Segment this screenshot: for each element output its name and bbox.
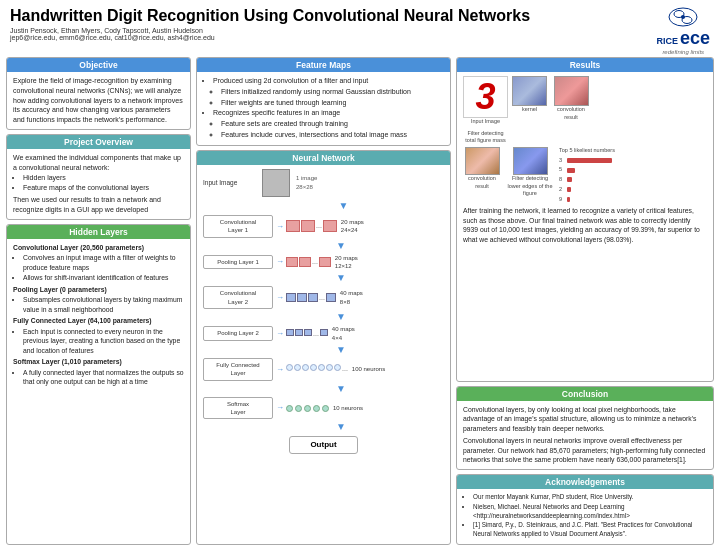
nn-arrow-fc: → <box>276 364 284 375</box>
nn-input-size: 1 image 28×28 <box>296 174 317 191</box>
top5-container: Top 5 likeliest numbers 3 5 8 <box>559 147 707 203</box>
filter-lower-container: Filter detecting lower edges of the figu… <box>505 147 555 198</box>
list-item: A fully connected layer that normalizes … <box>23 368 184 387</box>
header: Handwritten Digit Recognition Using Conv… <box>0 0 720 57</box>
nn-conv1-label: Convolutional Layer 1 <box>203 215 273 238</box>
nn-fc-row: Fully Connected Layer → ... 100 neurons <box>203 358 444 381</box>
nn-arrow-4: ▼ <box>336 310 346 324</box>
prob-bars-container: 3 5 8 2 <box>559 157 707 203</box>
ece-text: ece <box>680 28 710 49</box>
kernel-label: kernel <box>522 106 537 114</box>
nn-pool1-maps: ... <box>286 257 331 267</box>
nn-input-row: Input Image 1 image 28×28 <box>203 169 444 197</box>
hidden-layers-body: Convolutional Layer (20,560 parameters) … <box>7 239 190 392</box>
nn-pool2-maps-label: 40 maps 4×4 <box>332 325 355 342</box>
input-image-container: 3 Input Image <box>463 76 508 126</box>
nn-softmax-row: Softmax Layer → 10 neurons <box>203 397 444 420</box>
nn-arrow-3: ▼ <box>336 271 346 285</box>
authors: Justin Pensock, Ethan Myers, Cody Tapsco… <box>10 27 648 41</box>
list-item: Feature maps of the convolutional layers <box>23 183 184 193</box>
nn-pool1-row: Pooling Layer 1 → ... 20 maps 12×12 <box>203 254 444 271</box>
project-overview-body: We examined the individual components th… <box>7 149 190 219</box>
list-item: Subsamples convolutional layers by takin… <box>23 295 184 314</box>
output-label: Output <box>289 436 357 453</box>
nn-arrow-pool1: → <box>276 256 284 267</box>
list-item: Features include curves, intersections a… <box>221 130 444 140</box>
objective-section: Objective Explore the field of image-rec… <box>6 57 191 130</box>
middle-column: Feature Maps Produced using 2d convoluti… <box>196 57 451 545</box>
rice-ece-logo: RICE ece redefining limits <box>656 6 710 55</box>
nn-input-image <box>262 169 290 197</box>
conv-result-label: convolution result <box>551 106 591 121</box>
nn-arrow-softmax: → <box>276 402 284 413</box>
nn-conv1-row: Convolutional Layer 1 → ... 20 maps 24×2… <box>203 215 444 238</box>
nn-input-label: Input Image <box>203 178 258 187</box>
conv-result-container: convolution result <box>551 76 591 121</box>
nn-arrow-pool2: → <box>276 328 284 339</box>
neural-network-diagram: Input Image 1 image 28×28 ▼ Convolutiona… <box>197 165 450 458</box>
nn-conv1-maps-label: 20 maps 24×24 <box>341 218 364 235</box>
input-image-label: Input Image <box>471 118 500 126</box>
project-overview-list: Hidden layers Feature maps of the convol… <box>13 173 184 194</box>
hidden-layers-header: Hidden Layers <box>7 225 190 239</box>
prob-bar-row-5: 9 <box>559 196 707 204</box>
list-item: Feature sets are created through trainin… <box>221 119 444 129</box>
hidden-layers-section: Hidden Layers Convolutional Layer (20,56… <box>6 224 191 545</box>
list-item: Recognizes specific features in an image <box>213 108 444 118</box>
list-item: Nielsen, Michael. Neural Networks and De… <box>473 503 707 521</box>
list-item: Hidden layers <box>23 173 184 183</box>
prob-bar-row-4: 2 <box>559 186 707 194</box>
list-item: [1] Simard, P.y., D. Steinkraus, and J.C… <box>473 521 707 539</box>
nn-fc-neurons: ... <box>286 364 348 374</box>
conv-result2-label: convolution result <box>463 175 501 190</box>
logo-subtitle: redefining limits <box>662 49 704 55</box>
feature-maps-header: Feature Maps <box>197 58 450 72</box>
nn-conv2-maps: ... <box>286 293 336 303</box>
results-section: Results 3 Input Image kernel <box>456 57 714 382</box>
conclusion-para-1: Convolutional layers, by only looking at… <box>463 405 707 434</box>
list-item: Filter weights are tuned through learnin… <box>221 98 444 108</box>
filter-lower-label: Filter detecting lower edges of the figu… <box>505 175 555 198</box>
nn-fc-neurons-label: 100 neurons <box>352 365 385 373</box>
digit-3-display: 3 <box>463 76 508 118</box>
rice-text: RICE <box>656 36 678 46</box>
nn-softmax-neurons <box>286 405 329 412</box>
conclusion-para-2: Convolutional layers in neural networks … <box>463 436 707 465</box>
page-title: Handwritten Digit Recognition Using Conv… <box>10 6 648 25</box>
prob-bar-row-3: 8 <box>559 176 707 184</box>
nn-pool2-row: Pooling Layer 2 → ... 40 maps 4×4 <box>203 325 444 342</box>
right-column: Results 3 Input Image kernel <box>456 57 714 545</box>
conclusion-body: Convolutional layers, by only looking at… <box>457 401 713 469</box>
results-body: 3 Input Image kernel convolution result <box>457 72 713 248</box>
objective-body: Explore the field of image-recognition b… <box>7 72 190 129</box>
objective-header: Objective <box>7 58 190 72</box>
nn-arrow-6: ▼ <box>336 382 346 396</box>
acknowledgements-section: Acknowledgements Our mentor Mayank Kumar… <box>456 474 714 545</box>
results-images-row2: convolution result Filter detecting lowe… <box>463 147 707 203</box>
main-content: Objective Explore the field of image-rec… <box>0 57 720 549</box>
list-item: Allows for shift-invariant identificatio… <box>23 273 184 283</box>
prob-bar-row-1: 3 <box>559 157 707 165</box>
filter-total-label: Filter detecting total figure mass <box>463 130 508 145</box>
nn-fc-label: Fully Connected Layer <box>203 358 273 381</box>
nn-pool2-maps: ... <box>286 329 328 339</box>
list-item: Filters initialized randomly using norma… <box>221 87 444 97</box>
nn-conv2-label: Convolutional Layer 2 <box>203 286 273 309</box>
conclusion-header: Conclusion <box>457 387 713 401</box>
list-item: Each input is connected to every neuron … <box>23 327 184 356</box>
project-overview-section: Project Overview We examined the individ… <box>6 134 191 220</box>
nn-pool1-maps-label: 20 maps 12×12 <box>335 254 358 271</box>
nn-conv1-maps: ... <box>286 220 337 232</box>
nn-arrow-7: ▼ <box>336 420 346 434</box>
results-text: After training the network, it learned t… <box>463 206 707 244</box>
conclusion-section: Conclusion Convolutional layers, by only… <box>456 386 714 470</box>
nn-arrow-conv2: → <box>276 292 284 303</box>
nn-arrow-2: ▼ <box>336 239 346 253</box>
kernel-image-container: kernel <box>512 76 547 114</box>
nn-arrow-5: ▼ <box>336 343 346 357</box>
nn-arrow-1: ▼ <box>339 199 349 213</box>
nn-conv2-maps-label: 40 maps 8×8 <box>340 289 363 306</box>
feature-maps-body: Produced using 2d convolution of a filte… <box>197 72 450 145</box>
nn-pool1-label: Pooling Layer 1 <box>203 255 273 269</box>
nn-conv2-row: Convolutional Layer 2 → ... 40 maps 8×8 <box>203 286 444 309</box>
